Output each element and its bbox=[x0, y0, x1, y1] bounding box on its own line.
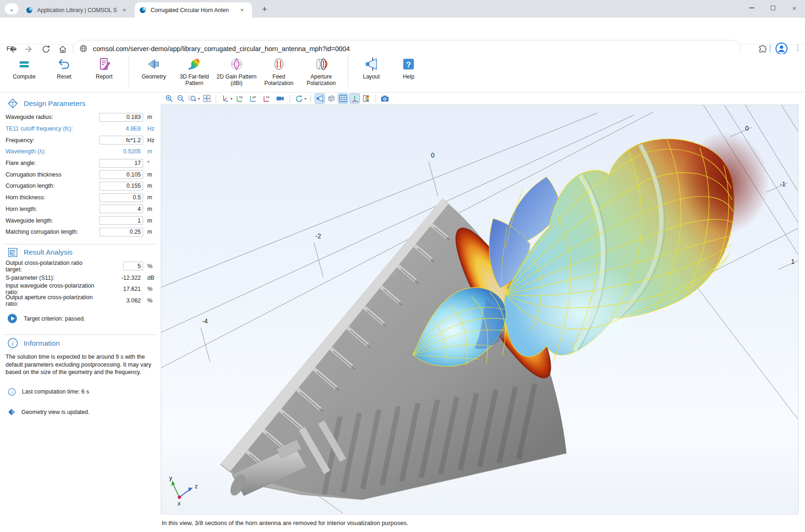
horn-length-input[interactable] bbox=[99, 204, 143, 213]
maximize-button[interactable] bbox=[762, 0, 784, 16]
feed-polarization-icon bbox=[271, 56, 287, 72]
model-3d-canvas[interactable]: 0 -2 -4 0 -1 1 y z x bbox=[161, 105, 798, 514]
extensions-icon[interactable] bbox=[758, 44, 768, 54]
rotate-dropdown[interactable]: ▾ bbox=[304, 97, 306, 101]
result-row: Input waveguide cross-polarization ratio… bbox=[0, 283, 161, 295]
report-button[interactable]: Report bbox=[84, 54, 124, 80]
zoom-extents-button[interactable] bbox=[202, 93, 212, 104]
home-button[interactable] bbox=[58, 44, 68, 54]
close-tab-icon[interactable]: × bbox=[120, 6, 128, 14]
tab-corrugated-horn[interactable]: Corrugated Circular Horn Anten × bbox=[135, 2, 252, 18]
view-xy-button[interactable]: xy bbox=[234, 93, 246, 104]
param-unit: m bbox=[143, 206, 161, 212]
scene-camera-button[interactable] bbox=[275, 93, 286, 104]
default-view-button[interactable] bbox=[220, 93, 230, 104]
frequency-input[interactable] bbox=[99, 136, 143, 144]
rotate-icon bbox=[295, 94, 303, 103]
minimize-button[interactable] bbox=[741, 0, 762, 16]
section-title: Result Analysis bbox=[24, 248, 73, 256]
result-row: Output aperture cross-polarization ratio… bbox=[0, 295, 161, 307]
gain-pattern-2d-button[interactable]: 2D Gain Pattern (dBi) bbox=[215, 54, 258, 86]
help-button[interactable]: ? Help bbox=[390, 54, 427, 80]
param-row: Matching corrugation length: m bbox=[0, 226, 161, 238]
svg-text:xy: xy bbox=[239, 95, 243, 99]
zoom-box-dropdown[interactable]: ▾ bbox=[198, 97, 200, 101]
browser-window: ⌄ Application Library | COMSOL S × Corru… bbox=[0, 0, 805, 532]
site-info-globe-icon[interactable] bbox=[79, 45, 87, 53]
information-header: i Information bbox=[0, 335, 161, 351]
info-circle-icon: i bbox=[8, 388, 16, 396]
window-controls: × bbox=[741, 0, 805, 16]
zoom-in-button[interactable] bbox=[164, 93, 174, 104]
target-criterion-status: Target criterion: passed. bbox=[0, 314, 161, 323]
cross-polarization-target-input[interactable] bbox=[123, 262, 143, 270]
param-unit: Hz bbox=[143, 125, 161, 132]
scene-light-button[interactable] bbox=[326, 93, 337, 104]
browser-menu-button[interactable]: ⋮ bbox=[794, 44, 801, 52]
reset-button[interactable]: Reset bbox=[44, 54, 84, 80]
matching-corrugation-length-input[interactable] bbox=[99, 228, 143, 236]
new-tab-button[interactable]: + bbox=[258, 3, 271, 15]
app-ribbon: Compute Reset Report G bbox=[0, 54, 805, 92]
scene-svg: 0 -2 -4 0 -1 1 y z x bbox=[161, 105, 798, 513]
param-unit: m bbox=[143, 114, 161, 120]
maximize-icon bbox=[771, 6, 775, 10]
param-label: Flare angle: bbox=[6, 160, 99, 166]
close-tab-icon[interactable]: × bbox=[238, 6, 246, 14]
axes-toggle[interactable] bbox=[350, 93, 360, 104]
param-unit: m bbox=[143, 148, 161, 155]
far-field-3d-button[interactable]: 3D Far-field Pattern bbox=[174, 54, 215, 86]
file-menu[interactable]: File bbox=[7, 45, 16, 52]
corrugation-length-input[interactable] bbox=[99, 182, 143, 190]
result-label: Output aperture cross-polarization ratio… bbox=[6, 294, 99, 307]
compute-equals-icon bbox=[16, 56, 32, 72]
transparency-toggle[interactable] bbox=[315, 93, 325, 104]
transparency-horn-icon bbox=[316, 94, 324, 103]
view-yz-button[interactable]: yz bbox=[248, 93, 260, 104]
2d-gain-pattern-icon bbox=[229, 56, 244, 72]
forward-button[interactable] bbox=[24, 44, 34, 54]
param-label: Waveguide length: bbox=[6, 217, 99, 224]
camera-view-icon bbox=[276, 94, 285, 103]
snapshot-button[interactable] bbox=[379, 93, 390, 104]
param-row: Waveguide length: m bbox=[0, 215, 161, 226]
tab-search-button[interactable]: ⌄ bbox=[5, 3, 19, 14]
waveguide-length-input[interactable] bbox=[99, 216, 143, 225]
play-status-icon bbox=[7, 314, 17, 323]
aperture-polarization-button[interactable]: Aperture Polarization bbox=[299, 54, 343, 86]
horn-thickness-input[interactable] bbox=[99, 193, 143, 202]
geometry-button[interactable]: Geometry bbox=[134, 54, 174, 80]
button-label: Layout bbox=[363, 74, 380, 80]
zoom-box-button[interactable] bbox=[187, 93, 198, 104]
grid-toggle[interactable] bbox=[338, 93, 348, 104]
profile-avatar[interactable] bbox=[775, 42, 788, 55]
last-computation-row: i Last computation time: 6 s bbox=[0, 388, 161, 396]
tab-application-library[interactable]: Application Library | COMSOL S × bbox=[21, 2, 132, 18]
param-row: Horn thickness: m bbox=[0, 192, 161, 204]
corrugation-thickness-input[interactable] bbox=[99, 170, 143, 179]
param-label: TE11 cutoff frequency (fc): bbox=[6, 125, 99, 132]
param-row: Waveguide radius: m bbox=[0, 112, 161, 123]
button-label: Compute bbox=[13, 74, 36, 80]
close-window-button[interactable]: × bbox=[784, 0, 805, 16]
toolbar-separator bbox=[375, 95, 376, 103]
zoom-out-button[interactable] bbox=[176, 93, 186, 104]
color-legend-button[interactable] bbox=[361, 93, 371, 104]
reload-button[interactable] bbox=[41, 44, 51, 54]
design-parameters-icon bbox=[7, 98, 18, 109]
flare-angle-input[interactable] bbox=[99, 159, 143, 168]
rotate-button[interactable] bbox=[294, 93, 304, 104]
aperture-polarization-icon bbox=[313, 56, 329, 72]
default-view-dropdown[interactable]: ▾ bbox=[231, 97, 232, 101]
view-caption: In this view, 3/8 sections of the horn a… bbox=[162, 519, 408, 526]
waveguide-radius-input[interactable] bbox=[99, 113, 143, 122]
browser-tab-strip: ⌄ Application Library | COMSOL S × Corru… bbox=[0, 0, 805, 18]
view-xz-button[interactable]: xz bbox=[261, 93, 273, 104]
layout-button[interactable]: Layout bbox=[353, 54, 390, 80]
geometry-status-text: Geometry view is updated. bbox=[21, 409, 90, 415]
view-xy-icon: xy bbox=[235, 94, 245, 103]
compute-button[interactable]: Compute bbox=[4, 54, 44, 80]
feed-polarization-button[interactable]: Feed Polarization bbox=[258, 54, 299, 86]
settings-panel: Design Parameters Waveguide radius: m TE… bbox=[0, 92, 161, 532]
param-label: Matching corrugation length: bbox=[6, 229, 99, 235]
